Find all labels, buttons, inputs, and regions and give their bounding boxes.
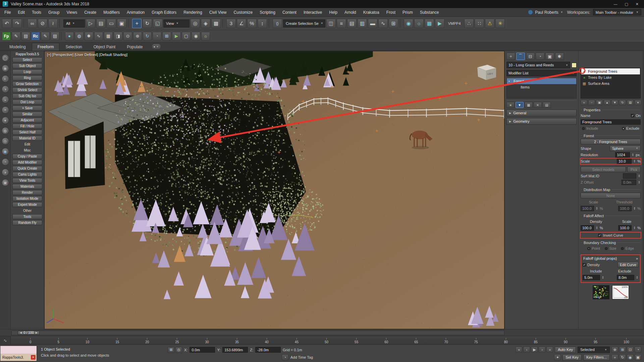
ribbon-tab[interactable]: Modeling — [4, 43, 31, 51]
menu-item[interactable]: Arnold — [341, 8, 359, 17]
spinner-arrows-icon[interactable]: ▲▼ — [631, 153, 634, 157]
select-models-button[interactable]: Select models — [581, 167, 626, 172]
railclone-icon[interactable]: Rc — [31, 32, 40, 41]
rappatools-button[interactable]: Tools — [12, 214, 42, 219]
menu-item[interactable]: Animation — [124, 8, 148, 17]
add-time-tag-label[interactable]: Add Time Tag — [290, 355, 313, 359]
auto-key-button[interactable]: Auto Key — [555, 347, 576, 353]
physx-icon[interactable]: ● — [65, 32, 74, 41]
select-manipulate-icon[interactable]: ◈ — [201, 19, 210, 28]
invert-curve-checkbox[interactable] — [598, 234, 601, 237]
snap-3d-icon[interactable]: 3 — [226, 19, 236, 28]
set-key-icon[interactable]: ✦ — [554, 354, 561, 360]
remove-area-icon[interactable]: − — [588, 100, 595, 105]
move-down-icon[interactable]: ▼ — [611, 100, 618, 105]
window-tool-icon[interactable]: ⊞ — [162, 32, 171, 41]
dm-scale-field[interactable]: 100.0 — [581, 206, 594, 211]
menu-item[interactable]: Create — [81, 8, 99, 17]
distribution-map-none-button[interactable]: None — [581, 193, 641, 198]
schematic-view-icon[interactable]: ⊞ — [389, 19, 398, 28]
rappatools-button[interactable]: Random Fly — [12, 220, 42, 225]
rappatools-button[interactable]: Fill / Hole — [12, 124, 42, 129]
menu-item[interactable]: Prism — [399, 8, 416, 17]
flake-icon[interactable]: ✱ — [85, 32, 93, 41]
absolute-offset-icon[interactable]: ◎ — [175, 347, 182, 353]
time-slider-track[interactable]: ◀ 0 / 100 ▶ — [11, 330, 504, 335]
area-list-icon[interactable]: ▤ — [627, 100, 634, 105]
pin-stack-icon[interactable]: ∗ — [506, 102, 515, 108]
separator[interactable] — [61, 32, 63, 41]
fov-icon[interactable]: ◔ — [635, 347, 641, 353]
scene-explorer-icon[interactable]: ▤ — [347, 19, 357, 28]
configure-modifier-sets-icon[interactable]: ▤ — [543, 102, 551, 108]
rappatools-button[interactable]: Loop — [12, 69, 42, 74]
forest-tools-icon[interactable]: ✎ — [12, 32, 20, 41]
menu-item[interactable]: Modifiers — [100, 8, 123, 17]
modifier-stack-row[interactable]: ▾ Forest — [507, 78, 576, 84]
menu-item[interactable]: Customize — [231, 8, 256, 17]
walkthrough-icon[interactable]: ◉ — [627, 354, 634, 360]
falloff-curve-thumbnail[interactable]: 100% 0% — [612, 285, 629, 299]
percent-snap-icon[interactable]: % — [247, 19, 257, 28]
show-end-result-icon[interactable]: ▼ — [516, 102, 524, 108]
ribbon-tab[interactable]: Freeform — [32, 43, 60, 51]
rappatools-button[interactable]: Copy / Paste — [12, 154, 42, 159]
forest-object-button[interactable]: 2 - Foreground Trees — [581, 139, 641, 144]
menu-item[interactable]: Group — [45, 8, 62, 17]
on-checkbox[interactable] — [631, 114, 634, 117]
modify-tab-icon[interactable]: ⌒ — [516, 53, 525, 60]
curve-editor-icon[interactable]: ∿ — [378, 19, 388, 28]
massfx-icon[interactable]: ◍ — [75, 32, 84, 41]
rappatools-button[interactable]: Adjacent — [12, 118, 42, 123]
spinner-arrows-icon[interactable]: ▲▼ — [638, 181, 641, 184]
rendered-frame-icon[interactable]: ▦ — [425, 19, 434, 28]
create-tab-icon[interactable]: ＋ — [506, 53, 515, 60]
rappatools-button[interactable]: Quick Create — [12, 166, 42, 171]
go-to-start-icon[interactable]: « — [516, 347, 522, 353]
menu-item[interactable]: Content — [279, 8, 300, 17]
named-selection-set-dropdown[interactable]: Create Selection Se ▼ — [283, 19, 325, 27]
rappatools-button[interactable]: + Save — [12, 106, 42, 111]
spinner-arrows-icon[interactable]: ▲▼ — [633, 160, 636, 163]
make-unique-icon[interactable]: ▦ — [525, 102, 533, 108]
named-selection-sets-icon[interactable]: {} — [273, 19, 282, 28]
menu-item[interactable]: Tools — [29, 8, 44, 17]
select-rotate-icon[interactable]: ↻ — [143, 19, 152, 28]
forest-area-row[interactable]: ▦ Surface Area — [581, 80, 640, 86]
select-and-link-icon[interactable]: ∞ — [28, 19, 37, 28]
next-frame-icon[interactable]: › — [539, 347, 545, 353]
rappatools-button[interactable]: Similar — [12, 112, 42, 117]
rappatools-button[interactable]: Isolation Mode — [12, 196, 42, 201]
rollout-bar[interactable]: ▶ Geometry — [506, 118, 577, 125]
window-crossing-icon[interactable]: ▣ — [117, 19, 126, 28]
modifier-stack-row[interactable]: Items — [507, 84, 576, 90]
railclone-tools-icon[interactable]: ✎ — [41, 32, 50, 41]
rappatools-button[interactable]: Dot Loop — [12, 100, 42, 105]
rappatools-button[interactable]: Edit — [12, 142, 42, 147]
menu-item[interactable]: Interactive — [301, 8, 325, 17]
rappatools-button[interactable]: Shrink Select — [12, 87, 42, 93]
fgp-density-checkbox[interactable] — [583, 263, 586, 266]
add-area-icon[interactable]: ＋ — [581, 100, 587, 105]
rect-region-icon[interactable]: ▭ — [107, 19, 116, 28]
refresh-area-icon[interactable]: ↻ — [619, 100, 626, 105]
menu-item[interactable]: Substance — [417, 8, 442, 17]
menu-item[interactable]: Scripting — [257, 8, 278, 17]
rappatools-button[interactable]: Misc — [12, 148, 42, 153]
object-name-dropdown[interactable]: 10 - Long Grass and Reeds ▼ — [506, 62, 570, 68]
range-preview-thumbnail[interactable]: Range — [593, 285, 609, 299]
render-production-icon[interactable]: ▶ — [435, 19, 444, 28]
boundary-option[interactable]: Size — [605, 246, 616, 250]
noise-brush-icon[interactable]: ◍ — [2, 127, 9, 134]
zoom-icon[interactable]: ⊕ — [611, 347, 618, 353]
rappatools-button[interactable]: Select — [12, 57, 42, 62]
zoom-all-icon[interactable]: ⊞ — [619, 347, 626, 353]
railclone-lister-icon[interactable]: ▤ — [51, 32, 59, 41]
paint-fill-icon[interactable]: ◕ — [2, 169, 9, 176]
spinner-arrows-icon[interactable]: ▲▼ — [638, 174, 641, 178]
pick-button[interactable]: Pick — [627, 167, 641, 172]
select-move-icon[interactable]: ＋ — [132, 19, 142, 28]
rappatools-button[interactable]: Other — [12, 208, 42, 213]
warning-icon[interactable]: ⚠ — [485, 19, 494, 28]
ribbon-tab[interactable]: Selection — [60, 43, 87, 51]
